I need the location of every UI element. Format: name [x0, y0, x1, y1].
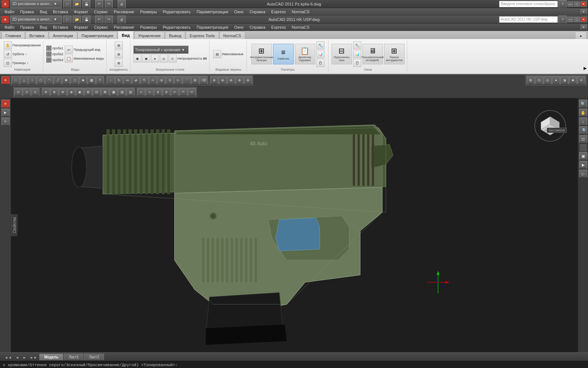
tb-r3[interactable]: ◎: [544, 76, 552, 84]
named-vp-btn[interactable]: ⊞: [213, 50, 221, 58]
tb2-19[interactable]: ↵: [171, 88, 179, 96]
tb-r6[interactable]: ■: [569, 76, 577, 84]
tb-arc[interactable]: ◠: [45, 76, 53, 84]
tb-fillet[interactable]: ⌒: [183, 76, 191, 84]
tb-mirror[interactable]: ⇌: [132, 76, 140, 84]
pal-btn2[interactable]: 📊: [316, 50, 325, 58]
vis-btn4[interactable]: ◎: [160, 54, 168, 63]
undo-btn[interactable]: ↶: [95, 0, 103, 8]
tb-circ[interactable]: ○: [28, 76, 36, 84]
menu-format-outer[interactable]: Формат: [71, 9, 91, 15]
tb2-13[interactable]: ▤: [118, 88, 126, 96]
ribbon-expand[interactable]: ▶: [584, 40, 587, 72]
tb-chain2[interactable]: ⊕: [219, 76, 227, 84]
tb2-4[interactable]: ⊛: [42, 88, 50, 96]
close-inner[interactable]: ✕: [581, 17, 587, 22]
tb2-18[interactable]: ⊅: [162, 88, 171, 96]
tab-home[interactable]: Главная: [1, 32, 25, 39]
menu-dim-outer[interactable]: Размеры: [137, 9, 160, 15]
tb-trim[interactable]: ✂: [149, 76, 157, 84]
tab-output[interactable]: Вывод: [165, 32, 185, 39]
tb-hatch[interactable]: ▦: [87, 76, 96, 84]
menu-window-inner[interactable]: Окно: [231, 24, 247, 30]
tb-copy[interactable]: ⎘: [166, 76, 174, 84]
cross-btn[interactable]: ✕: [1, 100, 10, 108]
tab-annotations[interactable]: Аннотации: [49, 32, 77, 39]
minimize-outer[interactable]: —: [567, 1, 573, 7]
tb-dim1[interactable]: ◻: [71, 76, 79, 84]
tb2-1[interactable]: ⊙: [14, 88, 22, 96]
tab-view[interactable]: Вид: [118, 31, 134, 39]
menu-param-outer[interactable]: Параметризация: [194, 9, 231, 15]
ui-btn3[interactable]: 🗒: [353, 59, 361, 67]
tb2-9[interactable]: ⊞: [84, 88, 92, 96]
extents-btn[interactable]: ⊡: [4, 59, 12, 67]
ui-btn1[interactable]: 🔧: [353, 41, 361, 49]
tab-model[interactable]: Модель: [39, 354, 63, 360]
properties-btn[interactable]: ≡ Свойства: [273, 44, 294, 64]
pan-btn[interactable]: ✋: [4, 41, 12, 49]
menu-service-inner[interactable]: Сервис: [91, 24, 111, 30]
tb2-21[interactable]: ✏: [188, 88, 196, 96]
tab-nav-right[interactable]: ►: [21, 355, 28, 360]
tb-scale[interactable]: ⇔: [123, 76, 132, 84]
tb-move[interactable]: ↕: [107, 76, 115, 84]
menu-file-outer[interactable]: Файл: [1, 9, 17, 15]
viewport-canvas[interactable]: 45 Auto: [11, 98, 578, 352]
tab-norma[interactable]: NormaCS: [219, 32, 245, 39]
open-btn-inner[interactable]: 📂: [73, 15, 81, 24]
close-menu-inner[interactable]: ✕: [581, 25, 587, 30]
sheet-set-btn[interactable]: 📋 Диспетчер подшивок: [295, 44, 315, 64]
menu-draw-inner[interactable]: Рисование: [111, 24, 137, 30]
tb-array[interactable]: ⊞: [191, 76, 199, 84]
rp-btn8[interactable]: ▷: [579, 170, 587, 178]
tb2-7[interactable]: ◈: [67, 88, 75, 96]
search-box-inner[interactable]: AutoCAD 2011 HK USP.dwg: [499, 16, 558, 23]
tb2-6[interactable]: ⊗: [59, 88, 67, 96]
tab-sheet2[interactable]: Лист2: [84, 354, 104, 360]
menu-express-outer[interactable]: Express: [268, 9, 289, 15]
coord-btn3[interactable]: ⊕: [115, 59, 123, 67]
tb2-8[interactable]: ◉: [76, 88, 84, 96]
tb2-2[interactable]: ⊙: [23, 88, 31, 96]
tb-text1[interactable]: T: [96, 76, 104, 84]
menu-insert-outer[interactable]: Вставка: [50, 9, 71, 15]
menu-format-inner[interactable]: Формат: [71, 24, 91, 30]
tb2-16[interactable]: ⊃: [146, 88, 154, 96]
named-views-btn[interactable]: 📋: [65, 54, 73, 63]
tab-nav-right2[interactable]: ►►: [29, 355, 39, 360]
tb-fill[interactable]: ■: [79, 76, 87, 84]
tab-nav-left[interactable]: ◄◄: [3, 355, 13, 360]
orbit-btn[interactable]: ↺: [4, 50, 12, 58]
tb-r1[interactable]: ⊞: [527, 76, 535, 84]
help-btn-inner[interactable]: ?: [559, 15, 567, 24]
tb-extend[interactable]: ⇉: [157, 76, 165, 84]
orbit-arrow[interactable]: ▼: [25, 53, 27, 56]
tool-palettes-btn[interactable]: ⊞ Инструментальные палитры: [251, 44, 272, 64]
tb2-10[interactable]: ⊟: [93, 88, 101, 96]
tb-rotate[interactable]: ↻: [115, 76, 123, 84]
pal-btn3[interactable]: 🗒: [316, 59, 325, 67]
tb2-5[interactable]: ⊕: [50, 88, 58, 96]
extents-arrow[interactable]: ▼: [26, 62, 29, 64]
sidebar-btn1[interactable]: ▶: [1, 109, 10, 117]
plot-btn-inner[interactable]: 🖨: [118, 15, 126, 24]
tb-stretch[interactable]: ⇱: [140, 76, 148, 84]
tb-erase[interactable]: ⌫: [200, 76, 208, 84]
tb-offset[interactable]: ⊨: [174, 76, 182, 84]
tb-r4[interactable]: ●: [552, 76, 560, 84]
workspace-dropdown-inner[interactable]: 2D рисование и аннот... ▼: [10, 15, 62, 24]
tab-nav-left2[interactable]: ◄: [14, 355, 21, 360]
vis-btn3[interactable]: ●: [151, 54, 159, 63]
rp-btn5[interactable]: ⊡: [579, 135, 587, 143]
save-btn[interactable]: 💾: [82, 0, 90, 8]
coord-btn2[interactable]: ⊕: [115, 50, 123, 58]
menu-service-outer[interactable]: Сервис: [91, 9, 111, 15]
toolbars-btn[interactable]: ⊞ Панели инструментов: [384, 44, 405, 64]
menu-edit-outer[interactable]: Правка: [17, 9, 37, 15]
pal-btn1[interactable]: 🔧: [316, 41, 325, 49]
tab-manage[interactable]: Управление: [134, 32, 165, 39]
tb-chain1[interactable]: ⊕: [210, 76, 218, 84]
tb-poly[interactable]: ⬡: [37, 76, 45, 84]
tb-r5[interactable]: ◑: [560, 76, 569, 84]
